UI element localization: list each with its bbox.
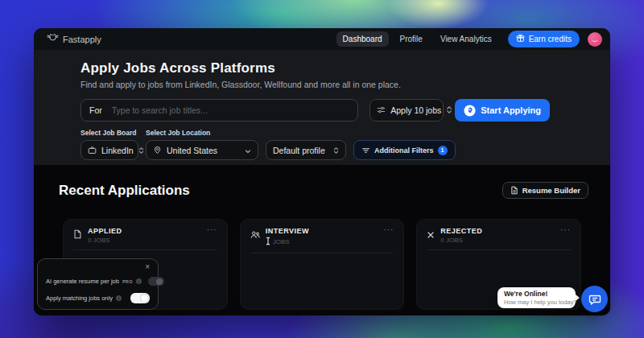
job-board-select[interactable]: LinkedIn xyxy=(80,140,138,160)
nav-link-view-analytics[interactable]: View Analytics xyxy=(434,31,498,47)
filters-count-badge: 1 xyxy=(438,146,448,155)
location-pin-icon xyxy=(153,146,162,155)
job-title-search-box[interactable]: For xyxy=(80,99,358,122)
earn-credits-button[interactable]: Earn credits xyxy=(508,31,580,47)
pro-badge: PRO xyxy=(122,279,133,284)
apply-settings-popup: × AI generate resume per job PRO i Apply… xyxy=(37,258,159,310)
column-interview: INTERVIEW xyxy=(240,219,405,310)
job-location-select[interactable]: United States xyxy=(146,140,258,160)
ai-head-icon xyxy=(464,105,476,117)
resume-builder-button[interactable]: Resume Builder xyxy=(502,182,588,199)
info-icon: i xyxy=(136,278,142,284)
recent-applications-title: Recent Applications xyxy=(59,183,190,199)
info-icon: i xyxy=(116,295,122,301)
sliders-icon xyxy=(377,103,386,117)
column-name: REJECTED xyxy=(440,227,555,235)
chat-status-text: We're Online! xyxy=(504,290,569,298)
filter-icon xyxy=(361,146,370,155)
close-icon[interactable]: × xyxy=(145,262,150,271)
hero-section: Apply Jobs Across Platforms Find and app… xyxy=(34,50,610,165)
brand-name: Fastapply xyxy=(63,35,101,44)
chevron-down-icon xyxy=(245,143,251,158)
ai-resume-toggle[interactable] xyxy=(148,277,164,286)
search-row: For Apply 10 jobs xyxy=(80,99,550,122)
ai-resume-setting-row: AI generate resume per job PRO i xyxy=(46,274,150,288)
column-name: INTERVIEW xyxy=(266,227,378,235)
more-options-icon[interactable]: ··· xyxy=(560,227,571,233)
gift-icon xyxy=(516,34,525,44)
chevron-up-down-icon xyxy=(138,143,144,158)
nav-link-dashboard[interactable]: Dashboard xyxy=(336,31,389,47)
chevron-up-down-icon xyxy=(333,143,339,158)
x-icon xyxy=(427,228,435,242)
filters-row: Select Job Board LinkedIn xyxy=(80,129,550,160)
job-board-label: Select Job Board xyxy=(80,129,138,137)
column-count: 0 JOBS xyxy=(440,237,555,244)
page-subtitle: Find and apply to jobs from LinkedIn, Gl… xyxy=(80,80,550,89)
profile-select[interactable]: Default profile xyxy=(266,140,346,160)
start-applying-button[interactable]: Start Applying xyxy=(455,99,550,122)
search-prefix-label: For xyxy=(89,105,102,115)
text-cursor-icon xyxy=(266,237,270,247)
job-location-label: Select Job Location xyxy=(146,129,258,137)
additional-filters-button[interactable]: Additional Filters 1 xyxy=(353,140,456,160)
column-name: APPLIED xyxy=(88,227,201,235)
people-icon xyxy=(250,228,260,242)
column-count: JOBS xyxy=(266,237,378,247)
chat-launcher-button[interactable] xyxy=(581,286,608,312)
job-title-search-input[interactable] xyxy=(112,105,349,115)
fastapply-logo-icon xyxy=(47,31,59,47)
navbar: Fastapply Dashboard Profile View Analyti… xyxy=(34,28,610,50)
column-count: 0 JOBS xyxy=(88,237,201,244)
document-icon xyxy=(73,228,82,242)
more-options-icon[interactable]: ··· xyxy=(383,227,394,233)
more-options-icon[interactable]: ··· xyxy=(207,227,217,233)
brand: Fastapply xyxy=(47,31,101,47)
chevron-up-down-icon xyxy=(446,103,452,117)
page-title: Apply Jobs Across Platforms xyxy=(80,60,550,76)
document-icon xyxy=(510,186,518,195)
nav-link-profile[interactable]: Profile xyxy=(394,31,429,47)
chat-message-text: How may I help you today? xyxy=(504,299,569,306)
matching-jobs-toggle[interactable] xyxy=(130,293,150,303)
apply-count-select[interactable]: Apply 10 jobs xyxy=(369,99,444,122)
briefcase-icon xyxy=(88,143,97,158)
chat-bubble-icon xyxy=(588,293,601,306)
nav-links: Dashboard Profile View Analytics Earn cr… xyxy=(336,31,602,47)
chat-status-bubble: We're Online! How may I help you today? xyxy=(497,287,576,308)
user-avatar[interactable] xyxy=(588,32,602,47)
matching-jobs-setting-row: Apply matching jobs only i xyxy=(46,291,150,305)
